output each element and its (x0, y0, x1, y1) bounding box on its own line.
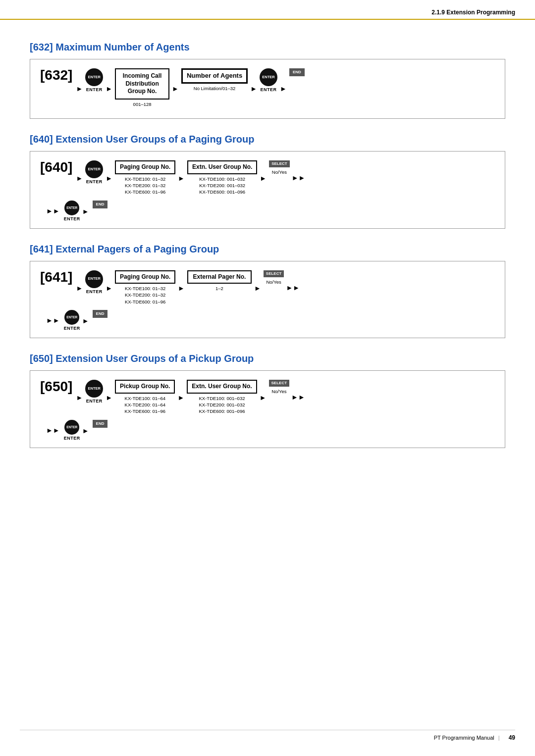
enter-btn-sm-650[interactable]: ENTER (64, 420, 79, 435)
section-641-title: [641] External Pagers of a Paging Group (30, 244, 505, 255)
arrow-641-4: ► (254, 283, 261, 292)
arrow-640-4: ► (260, 173, 267, 182)
enter-circle-641: ENTER ENTER (85, 270, 103, 294)
box-extn-650-sub: KX-TDE100: 001–032KX-TDE200: 001–032KX-T… (199, 395, 245, 415)
box-extn-650: Extn. User Group No. (187, 380, 257, 394)
enter-label-632: ENTER (86, 87, 103, 92)
footer-label: PT Programming Manual (434, 735, 494, 741)
box-extpager-641-sub: 1–2 (215, 285, 223, 292)
select-box-641: SELECT No/Yes (264, 270, 284, 286)
diagram-640: [640] ► ENTER ENTER ► Paging Group No. K… (30, 151, 505, 228)
arrow-641-2: ► (106, 283, 112, 292)
code-632: [632] (40, 68, 73, 82)
code-650: [650] (40, 380, 73, 394)
flow-row2-640: ►► ENTER ENTER ► END (45, 201, 495, 221)
box-incoming-sub: 001–128 (133, 101, 152, 107)
box-pickup-650-sub: KX-TDE100: 01–64KX-TDE200: 01–64KX-TDE60… (125, 395, 165, 415)
select-641-sub: No/Yes (266, 279, 281, 285)
flow-row-640: [640] ► ENTER ENTER ► Paging Group No. K… (40, 160, 495, 195)
section-632-title: [632] Maximum Number of Agents (30, 42, 505, 53)
flow-row-632: [632] ► ENTER ENTER ► Incoming Call Dist… (40, 68, 495, 107)
code-640: [640] (40, 160, 73, 174)
end-640: END (93, 201, 108, 208)
enter-btn-640[interactable]: ENTER (85, 160, 103, 178)
pickup-group-box-650: Pickup Group No. KX-TDE100: 01–64KX-TDE2… (115, 380, 175, 414)
enter-btn-sm-641[interactable]: ENTER (64, 310, 79, 325)
enter-btn-sm-640[interactable]: ENTER (64, 201, 79, 215)
section-650-title: [650] Extension User Groups of a Pickup … (30, 353, 505, 364)
enter-label-632b: ENTER (261, 87, 277, 92)
arrow-640-2: ► (106, 173, 112, 182)
enter-btn-632[interactable]: ENTER (85, 68, 103, 86)
paging-group-box-640: Paging Group No. KX-TDE100: 01–32KX-TDE2… (115, 160, 175, 195)
arrow-641-3: ► (178, 283, 185, 292)
dbl-arrow-641: ►► (286, 284, 300, 292)
code-641: [641] (40, 270, 73, 284)
enter-sm-641: ENTER ENTER (64, 310, 80, 331)
arrow-650-2: ► (106, 393, 112, 402)
code-num-632: [632] (40, 68, 72, 82)
arrow-650-3: ► (177, 393, 184, 402)
select-641[interactable]: SELECT (264, 270, 284, 277)
select-650-sub: No/Yes (271, 388, 286, 395)
box-extn-640-sub: KX-TDE100: 001–032KX-TDE200: 001–032KX-T… (199, 176, 245, 196)
flow-row2-641: ►► ENTER ENTER ► END (45, 310, 495, 331)
arrow-640-3: ► (178, 173, 185, 182)
box-incoming: Incoming Call Distribution Group No. (115, 68, 169, 100)
enter-btn-641[interactable]: ENTER (85, 270, 103, 288)
enter-btn-650[interactable]: ENTER (85, 380, 103, 398)
page-footer: PT Programming Manual | 49 (20, 730, 515, 741)
number-of-agents-box: Number of Agents No Limitation/01–32 (181, 68, 248, 92)
enter-circle-650: ENTER ENTER (85, 380, 103, 403)
end-box-632: END (289, 68, 305, 76)
arrow-650-4: ► (260, 393, 267, 402)
code-num-641: [641] (40, 270, 72, 284)
paging-group-box-641: Paging Group No. KX-TDE100: 01–32KX-TDE2… (115, 270, 175, 305)
box-pickup-650: Pickup Group No. (115, 380, 175, 394)
arrow-4: ► (250, 84, 257, 93)
select-box-650: SELECT No/Yes (269, 380, 290, 395)
end-box-650: END (93, 420, 108, 428)
diagram-641: [641] ► ENTER ENTER ► Paging Group No. K… (30, 261, 505, 338)
enter-sm-650: ENTER ENTER (64, 420, 80, 441)
arrow-650-5: ► (82, 426, 89, 435)
header-section: 2.1.9 Extension Programming (431, 9, 515, 16)
enter-btn-632b[interactable]: ENTER (260, 68, 277, 86)
arrow-640-1: ► (76, 173, 83, 182)
enter-circle-640: ENTER ENTER (85, 160, 103, 184)
diagram-650: [650] ► ENTER ENTER ► Pickup Group No. K… (30, 370, 505, 448)
dbl-arrow-640b: ►► (46, 207, 60, 215)
dbl-arrow-650: ►► (291, 393, 305, 401)
box-paging-641: Paging Group No. (115, 270, 175, 284)
ext-pager-box-641: External Pager No. 1–2 (187, 270, 252, 292)
box-paging-640: Paging Group No. (115, 160, 175, 174)
footer-page: 49 (509, 734, 515, 741)
end-box-641: END (93, 310, 108, 318)
select-640[interactable]: SELECT (269, 160, 290, 167)
page-header: 2.1.9 Extension Programming (0, 0, 535, 20)
box-agents-sub: No Limitation/01–32 (194, 85, 236, 92)
arrow-2: ► (106, 84, 112, 93)
end-box-640: END (93, 201, 108, 208)
enter-sm-640: ENTER ENTER (64, 201, 80, 221)
dbl-arrow-641b: ►► (46, 316, 60, 324)
arrow-640-5: ► (82, 206, 89, 215)
diagram-632: [632] ► ENTER ENTER ► Incoming Call Dist… (30, 59, 505, 119)
section-640-title: [640] Extension User Groups of a Paging … (30, 134, 505, 145)
box-extn-640: Extn. User Group No. (187, 160, 257, 174)
select-box-640: SELECT No/Yes (269, 160, 290, 176)
code-num-650: [650] (40, 380, 72, 394)
arrow-3: ► (172, 84, 179, 93)
select-650[interactable]: SELECT (269, 380, 290, 387)
select-640-sub: No/Yes (272, 169, 287, 175)
box-agents: Number of Agents (181, 68, 248, 84)
flow-row2-650: ►► ENTER ENTER ► END (45, 420, 495, 441)
enter-circle-632b: ENTER ENTER (260, 68, 277, 92)
arrow-1: ► (76, 84, 83, 93)
arrow-641-1: ► (76, 283, 83, 292)
end-650: END (93, 420, 108, 428)
code-num-640: [640] (40, 160, 72, 174)
end-632: END (289, 68, 305, 76)
flow-row-641: [641] ► ENTER ENTER ► Paging Group No. K… (40, 270, 495, 305)
box-extpager-641: External Pager No. (187, 270, 252, 284)
